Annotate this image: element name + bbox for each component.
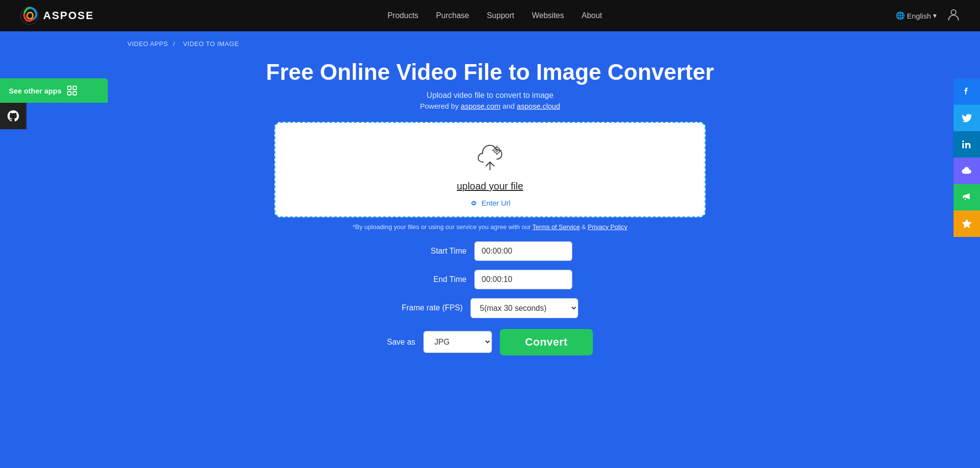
see-other-apps-button[interactable]: See other apps [0,78,108,103]
subtitle: Upload video file to convert to image [427,91,554,100]
nav-about[interactable]: About [582,11,602,20]
fps-label: Frame rate (FPS) [402,304,463,312]
see-other-label: See other apps [9,87,62,95]
apps-icon [67,85,77,96]
save-as-select[interactable]: JPG PNG BMP GIF TIFF [423,331,492,353]
upload-file-link[interactable]: upload your file [457,181,523,192]
nav-products[interactable]: Products [388,11,418,20]
start-time-input[interactable] [474,241,572,261]
language-label: English [907,12,931,20]
star-button[interactable] [954,211,980,237]
linkedin-icon [961,139,972,150]
facebook-icon [961,86,972,97]
fps-row: Frame rate (FPS) 5(max 30 seconds) 10(ma… [402,298,578,318]
enter-url-row[interactable]: Enter Url [469,199,510,208]
main-content: Free Online Video File to Image Converte… [0,47,980,375]
logo[interactable]: ASPOSE [20,6,94,25]
privacy-policy-link[interactable]: Privacy Policy [588,223,627,231]
globe-icon: 🌐 [896,11,905,20]
fps-select[interactable]: 5(max 30 seconds) 10(max 30 seconds) 15(… [470,298,578,318]
save-as-label: Save as [387,338,416,347]
star-icon [961,218,973,230]
sidebar-left: See other apps [0,78,108,129]
breadcrumb: VIDEO APPS / VIDEO TO IMAGE [0,31,980,47]
cloud-upload-icon [474,140,506,172]
github-icon [6,109,20,123]
page-title: Free Online Video File to Image Converte… [266,59,714,85]
nav-links: Products Purchase Support Websites About [388,11,602,20]
github-button[interactable] [0,103,26,129]
start-time-row: Start Time [408,241,572,261]
enter-url-label: Enter Url [481,199,510,207]
user-icon[interactable] [947,7,960,24]
announce-icon [961,191,973,203]
end-time-row: End Time [408,270,572,289]
aspose-com-link[interactable]: aspose.com [461,102,500,110]
logo-text: ASPOSE [43,9,94,22]
twitter-button[interactable] [954,105,980,131]
svg-rect-4 [68,92,71,95]
breadcrumb-separator: / [173,40,175,47]
upload-icon [474,140,506,174]
linkedin-button[interactable] [954,131,980,158]
svg-point-1 [951,10,956,15]
convert-button[interactable]: Convert [500,329,593,355]
breadcrumb-video-to-image: VIDEO TO IMAGE [183,40,239,47]
svg-rect-3 [73,86,76,90]
navbar: ASPOSE Products Purchase Support Website… [0,0,980,31]
facebook-button[interactable] [954,78,980,105]
nav-purchase[interactable]: Purchase [436,11,469,20]
svg-rect-6 [962,143,964,148]
breadcrumb-video-apps[interactable]: VIDEO APPS [127,40,168,47]
twitter-icon [961,113,972,123]
announce-button[interactable] [954,184,980,211]
dropdown-arrow-icon: ▾ [933,11,937,20]
svg-point-7 [962,140,964,142]
aspose-cloud-link[interactable]: aspose.cloud [517,102,560,110]
cloud-button[interactable] [954,158,980,184]
convert-row: Save as JPG PNG BMP GIF TIFF Convert [387,329,593,355]
language-selector[interactable]: 🌐 English ▾ [896,11,937,20]
end-time-input[interactable] [474,270,572,289]
cloud-icon [961,165,973,177]
upload-box[interactable]: upload your file Enter Url [274,122,706,217]
form-section: Start Time End Time Frame rate (FPS) 5(m… [10,241,970,355]
start-time-label: Start Time [408,247,466,256]
link-icon [469,199,478,208]
disclaimer: *By uploading your files or using our se… [353,223,628,231]
nav-support[interactable]: Support [487,11,514,20]
powered-by: Powered by aspose.com and aspose.cloud [420,102,560,110]
svg-rect-5 [73,92,76,95]
svg-rect-2 [68,86,71,90]
nav-right: 🌐 English ▾ [896,7,960,24]
social-sidebar [954,78,980,237]
aspose-logo-icon [20,6,39,25]
end-time-label: End Time [408,275,466,284]
terms-of-service-link[interactable]: Terms of Service [533,223,580,231]
nav-websites[interactable]: Websites [532,11,564,20]
